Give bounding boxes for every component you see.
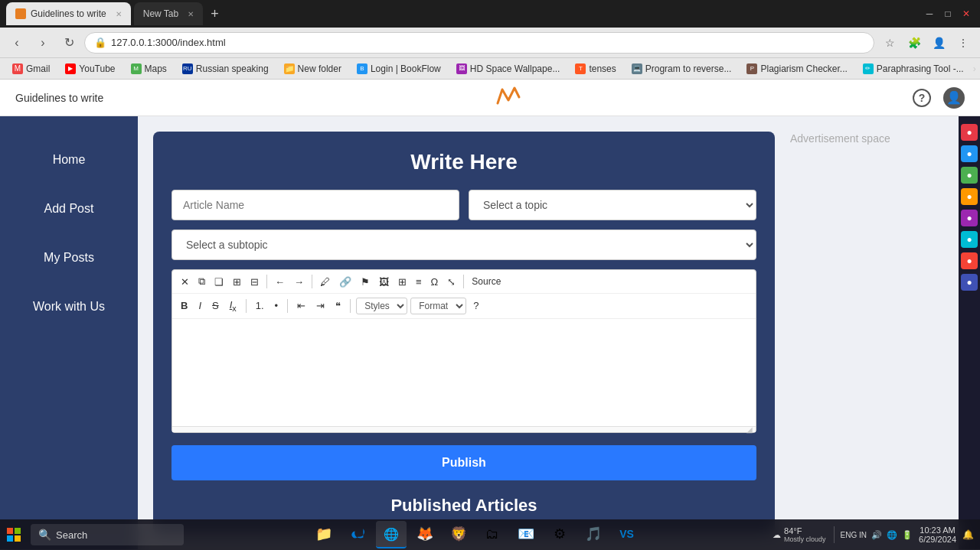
editor-spellcheck-btn[interactable]: 🖊 [316, 274, 334, 290]
editor-link-btn[interactable]: 🔗 [335, 274, 355, 290]
editor-copy-btn[interactable]: ⧉ [194, 273, 209, 290]
sidebar-item-my-posts[interactable]: My Posts [0, 245, 138, 271]
editor-align-btn[interactable]: ≡ [412, 274, 426, 290]
bookmark-maps[interactable]: M Maps [125, 62, 173, 76]
taskbar-app-mail[interactable]: 📧 [511, 521, 541, 548]
bookmark-program[interactable]: 💻 Program to reverse... [626, 62, 738, 76]
network-icon[interactable]: 🌐 [887, 530, 897, 540]
maximize-button[interactable]: □ [940, 6, 956, 21]
volume-icon[interactable]: 🔊 [871, 530, 882, 540]
lang-indicator[interactable]: ENG IN [841, 531, 867, 539]
help-icon[interactable]: ? [913, 89, 931, 107]
bookmark-wallpaper[interactable]: 🖼 HD Space Wallpape... [450, 62, 567, 76]
more-bookmarks-arrow[interactable]: › [973, 63, 976, 74]
extensions-button[interactable]: 🧩 [903, 32, 925, 54]
profile-button[interactable]: 👤 [928, 32, 949, 54]
edge-icon-8[interactable]: ● [961, 274, 978, 291]
taskbar-app-settings[interactable]: ⚙ [544, 521, 575, 548]
user-icon[interactable]: 👤 [943, 87, 965, 109]
taskbar-weather[interactable]: ☁ 84°F Mostly cloudy [773, 526, 835, 543]
publish-button[interactable]: Publish [172, 445, 756, 480]
edge-icon-4[interactable]: ● [961, 188, 978, 205]
edge-icon-3[interactable]: ● [961, 167, 978, 184]
editor-image-btn[interactable]: 🖼 [375, 274, 393, 290]
close-button[interactable]: ✕ [959, 6, 974, 21]
editor-italic-btn[interactable]: I [194, 298, 205, 314]
back-button[interactable]: ‹ [6, 32, 28, 54]
topic-select[interactable]: Select a topic [469, 190, 756, 220]
settings-button[interactable]: ⋮ [952, 32, 974, 54]
editor-delete-btn[interactable]: ⊟ [247, 274, 263, 290]
editor-remove-format-btn[interactable]: Ix [226, 297, 240, 315]
edge-icon-6[interactable]: ● [961, 231, 978, 248]
editor-strike-btn[interactable]: S [208, 298, 223, 314]
taskbar-app-music[interactable]: 🎵 [578, 521, 609, 548]
editor-bold-btn[interactable]: B [177, 298, 191, 314]
edge-icon-7[interactable]: ● [961, 252, 978, 269]
editor-fullscreen-btn[interactable]: ⤡ [443, 274, 459, 290]
subtopic-select[interactable]: Select a subtopic [172, 229, 756, 260]
minimize-button[interactable]: ─ [922, 6, 937, 21]
editor-body[interactable] [172, 319, 756, 426]
editor-undo-btn[interactable]: ← [271, 274, 289, 290]
editor-table-btn[interactable]: ⊞ [394, 274, 410, 290]
battery-icon[interactable]: 🔋 [902, 530, 913, 540]
right-edge-sidebar: ● ● ● ● ● ● ● ● ⚙ [959, 116, 980, 549]
star-button[interactable]: ☆ [879, 32, 900, 54]
new-tab-close[interactable]: ✕ [188, 10, 194, 18]
editor-special-char-btn[interactable]: Ω [427, 274, 443, 290]
start-button[interactable] [0, 521, 28, 548]
new-tab[interactable]: New Tab ✕ [134, 2, 203, 25]
bookmark-paraphrase[interactable]: ✏ Paraphrasing Tool -... [857, 62, 970, 76]
tab-close-btn[interactable]: ✕ [116, 10, 122, 18]
taskbar-time[interactable]: 10:23 AM 6/29/2024 [919, 526, 956, 544]
article-name-input[interactable] [172, 190, 459, 220]
bookmark-new-folder[interactable]: 📁 New folder [278, 62, 348, 76]
editor-outdent-btn[interactable]: ⇤ [293, 298, 309, 314]
editor-ordered-list-btn[interactable]: 1. [252, 298, 268, 314]
bookmark-russian[interactable]: RU Russian speaking [176, 62, 275, 76]
taskbar-app-chrome[interactable]: 🌐 [376, 521, 407, 548]
taskbar-app-files[interactable]: 🗂 [477, 521, 508, 548]
taskbar-app-firefox[interactable]: 🦊 [410, 521, 440, 548]
sidebar-item-add-post[interactable]: Add Post [0, 196, 138, 222]
editor-source-btn[interactable]: Source [468, 274, 505, 289]
taskbar-app-edge[interactable] [342, 521, 373, 548]
edge-icon-2[interactable]: ● [961, 145, 978, 162]
bookmark-bookflow[interactable]: B Login | BookFlow [351, 62, 447, 76]
site-logo [495, 82, 522, 114]
editor-resize-handle[interactable]: ◢ [172, 426, 756, 432]
editor-indent-btn[interactable]: ⇥ [312, 298, 328, 314]
new-tab-button[interactable]: + [206, 7, 224, 21]
notification-area[interactable]: 🔔 [962, 529, 974, 540]
editor-help-btn[interactable]: ? [469, 298, 482, 314]
bookmark-gmail[interactable]: M Gmail [6, 62, 56, 76]
bookmark-tenses[interactable]: T tenses [569, 62, 622, 76]
reload-button[interactable]: ↻ [58, 32, 80, 54]
taskbar-app-brave[interactable]: 🦁 [443, 521, 474, 548]
editor-format-dropdown[interactable]: Format [410, 298, 466, 314]
sidebar-item-home[interactable]: Home [0, 147, 138, 173]
edge-icon-5[interactable]: ● [961, 210, 978, 226]
editor-styles-dropdown[interactable]: Styles [356, 298, 407, 314]
taskbar-app-code[interactable]: VS [612, 521, 642, 548]
active-tab[interactable]: Guidelines to write ✕ [6, 2, 131, 25]
sidebar-item-work-with-us[interactable]: Work with Us [0, 294, 138, 320]
taskbar-search-icon: 🔍 [38, 529, 51, 541]
editor-anchor-btn[interactable]: ⚑ [357, 274, 374, 290]
bookmark-youtube[interactable]: ▶ YouTube [59, 62, 121, 76]
taskbar-search[interactable]: 🔍 Search [31, 524, 184, 545]
editor-sep-5 [287, 299, 288, 313]
editor-blockquote-btn[interactable]: ❝ [332, 298, 345, 314]
forward-button[interactable]: › [32, 32, 54, 54]
editor-redo-btn[interactable]: → [290, 274, 308, 290]
editor-cut-btn[interactable]: ✕ [177, 274, 193, 290]
editor-paste-btn[interactable]: ❏ [211, 274, 227, 290]
edge-icon-1[interactable]: ● [961, 124, 978, 141]
time-display: 10:23 AM [919, 526, 956, 535]
bookmark-plagiarism[interactable]: P Plagiarism Checker... [740, 62, 853, 76]
address-bar[interactable]: 🔒 127.0.0.1:3000/index.html [84, 32, 874, 54]
editor-unordered-list-btn[interactable]: • [271, 298, 283, 314]
editor-paste-word-btn[interactable]: ⊞ [229, 274, 245, 290]
taskbar-app-explorer[interactable]: 📁 [309, 521, 339, 548]
